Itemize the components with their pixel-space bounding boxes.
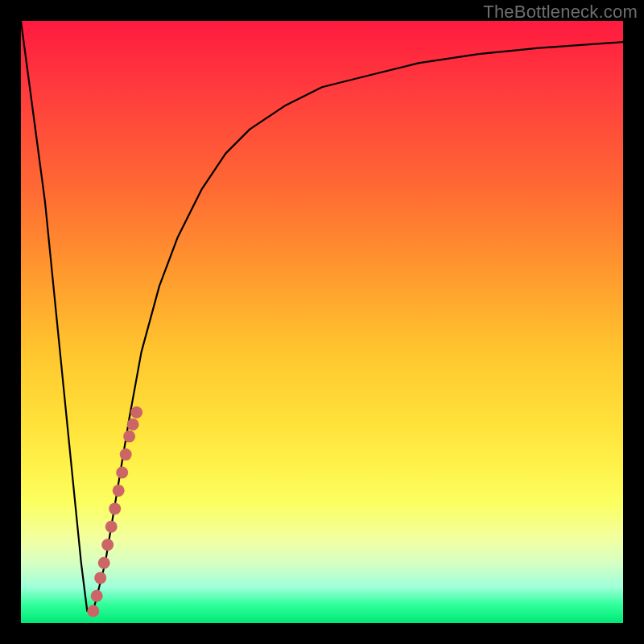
marker-dot [87,605,99,617]
marker-dot [109,502,121,514]
marker-dot [127,419,139,431]
marker-dot [123,431,135,443]
marker-dot [113,485,125,497]
highlighted-markers [87,407,142,617]
chart-svg [21,21,623,623]
marker-dot [105,521,118,533]
marker-dot [120,448,132,460]
chart-stage: TheBottleneck.com [0,0,644,644]
marker-dot [101,539,114,551]
marker-dot [116,467,128,479]
marker-dot [98,557,110,569]
watermark-text: TheBottleneck.com [483,2,638,23]
marker-dot [130,407,142,419]
plot-area [21,21,623,623]
marker-dot [94,572,106,584]
marker-dot [91,590,103,602]
